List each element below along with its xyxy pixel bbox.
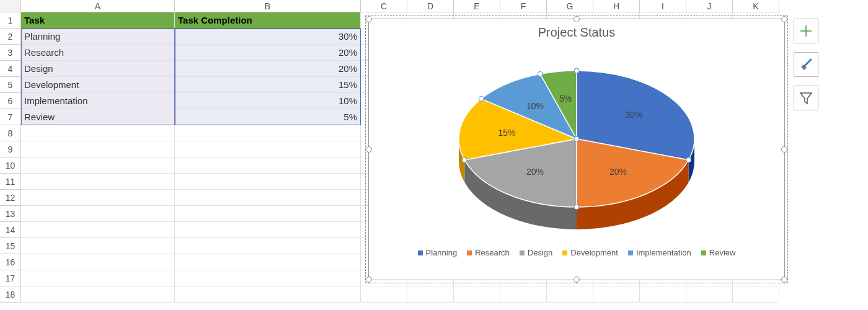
- resize-handle-e[interactable]: [781, 146, 787, 153]
- resize-handle-n[interactable]: [574, 16, 580, 22]
- chart-filters-button[interactable]: [794, 86, 818, 110]
- cell-b13[interactable]: [175, 206, 361, 222]
- row-header-14[interactable]: 14: [0, 222, 21, 238]
- chart-elements-button[interactable]: [794, 19, 818, 43]
- cell-b7[interactable]: 5%: [175, 109, 361, 125]
- cell-f18[interactable]: [500, 286, 547, 303]
- column-header-j[interactable]: J: [686, 0, 733, 12]
- cell-i18[interactable]: [640, 286, 686, 303]
- cell-a4[interactable]: Design: [21, 61, 175, 77]
- row-header-18[interactable]: 18: [0, 286, 21, 303]
- cell-a13[interactable]: [21, 206, 175, 222]
- legend-item-planning[interactable]: Planning: [418, 248, 458, 257]
- row-header-4[interactable]: 4: [0, 61, 21, 77]
- cell-b11[interactable]: [175, 174, 361, 190]
- cell-b9[interactable]: [175, 141, 361, 157]
- cell-b12[interactable]: [175, 190, 361, 206]
- row-header-10[interactable]: 10: [0, 157, 21, 174]
- series-handle[interactable]: [574, 205, 579, 210]
- cell-a18[interactable]: [21, 286, 175, 303]
- cell-a9[interactable]: [21, 141, 175, 157]
- row-header-3[interactable]: 3: [0, 45, 21, 61]
- cell-b17[interactable]: [175, 270, 361, 286]
- resize-handle-ne[interactable]: [781, 16, 787, 22]
- chart-styles-button[interactable]: [794, 52, 818, 77]
- select-all-corner[interactable]: [0, 0, 21, 12]
- cell-a1[interactable]: Task: [21, 12, 175, 29]
- cell-g18[interactable]: [547, 286, 593, 303]
- row-header-5[interactable]: 5: [0, 77, 21, 93]
- chart-object[interactable]: Project Status 30%20%20%15%10%5% Plannin…: [368, 19, 785, 280]
- legend-item-design[interactable]: Design: [520, 248, 552, 257]
- row-header-13[interactable]: 13: [0, 206, 21, 222]
- column-header-c[interactable]: C: [361, 0, 407, 12]
- resize-handle-nw[interactable]: [366, 16, 372, 22]
- cell-a16[interactable]: [21, 254, 175, 270]
- cell-h18[interactable]: [593, 286, 640, 303]
- cell-a17[interactable]: [21, 270, 175, 286]
- cell-a14[interactable]: [21, 222, 175, 238]
- series-handle[interactable]: [538, 71, 542, 76]
- cell-a12[interactable]: [21, 190, 175, 206]
- cell-b10[interactable]: [175, 157, 361, 174]
- pie-chart[interactable]: 30%20%20%15%10%5%: [422, 43, 732, 241]
- row-header-11[interactable]: 11: [0, 174, 21, 190]
- legend-item-review[interactable]: Review: [701, 248, 736, 257]
- cell-b14[interactable]: [175, 222, 361, 238]
- cell-j18[interactable]: [686, 286, 733, 303]
- cell-b8[interactable]: [175, 125, 361, 141]
- row-header-6[interactable]: 6: [0, 93, 21, 109]
- column-header-i[interactable]: I: [640, 0, 686, 12]
- cell-b2[interactable]: 30%: [175, 29, 361, 45]
- resize-handle-se[interactable]: [781, 277, 787, 283]
- cell-b6[interactable]: 10%: [175, 93, 361, 109]
- cell-b16[interactable]: [175, 254, 361, 270]
- row-header-1[interactable]: 1: [0, 12, 21, 29]
- cell-a8[interactable]: [21, 125, 175, 141]
- column-header-h[interactable]: H: [593, 0, 640, 12]
- series-handle[interactable]: [462, 157, 467, 162]
- cell-a6[interactable]: Implementation: [21, 93, 175, 109]
- legend-item-research[interactable]: Research: [467, 248, 510, 257]
- row-header-2[interactable]: 2: [0, 29, 21, 45]
- column-header-b[interactable]: B: [175, 0, 361, 12]
- cell-a11[interactable]: [21, 174, 175, 190]
- pie-plot-area[interactable]: 30%20%20%15%10%5%: [369, 40, 784, 244]
- cell-a15[interactable]: [21, 238, 175, 254]
- cell-b18[interactable]: [175, 286, 361, 303]
- row-header-15[interactable]: 15: [0, 238, 21, 254]
- column-header-f[interactable]: F: [500, 0, 547, 12]
- row-header-16[interactable]: 16: [0, 254, 21, 270]
- cell-k18[interactable]: [733, 286, 779, 303]
- cell-b3[interactable]: 20%: [175, 45, 361, 61]
- cell-a5[interactable]: Development: [21, 77, 175, 93]
- row-header-7[interactable]: 7: [0, 109, 21, 125]
- cell-b4[interactable]: 20%: [175, 61, 361, 77]
- cell-e18[interactable]: [454, 286, 500, 303]
- cell-b15[interactable]: [175, 238, 361, 254]
- row-header-9[interactable]: 9: [0, 141, 21, 157]
- cell-a2[interactable]: Planning: [21, 29, 175, 45]
- series-handle[interactable]: [574, 136, 579, 141]
- series-handle[interactable]: [574, 68, 579, 73]
- series-handle[interactable]: [479, 96, 484, 101]
- resize-handle-sw[interactable]: [366, 277, 372, 283]
- column-header-g[interactable]: G: [547, 0, 593, 12]
- chart-title[interactable]: Project Status: [369, 25, 784, 40]
- cell-b1[interactable]: Task Completion: [175, 12, 361, 29]
- row-header-12[interactable]: 12: [0, 190, 21, 206]
- column-header-a[interactable]: A: [21, 0, 175, 12]
- row-header-17[interactable]: 17: [0, 270, 21, 286]
- column-header-e[interactable]: E: [454, 0, 500, 12]
- series-handle[interactable]: [686, 157, 691, 162]
- cell-a10[interactable]: [21, 157, 175, 174]
- cell-c18[interactable]: [361, 286, 407, 303]
- cell-a3[interactable]: Research: [21, 45, 175, 61]
- legend-item-implementation[interactable]: Implementation: [628, 248, 691, 257]
- row-header-8[interactable]: 8: [0, 125, 21, 141]
- cell-a7[interactable]: Review: [21, 109, 175, 125]
- resize-handle-s[interactable]: [574, 277, 580, 283]
- column-header-k[interactable]: K: [733, 0, 779, 12]
- resize-handle-w[interactable]: [366, 146, 372, 153]
- cell-b5[interactable]: 15%: [175, 77, 361, 93]
